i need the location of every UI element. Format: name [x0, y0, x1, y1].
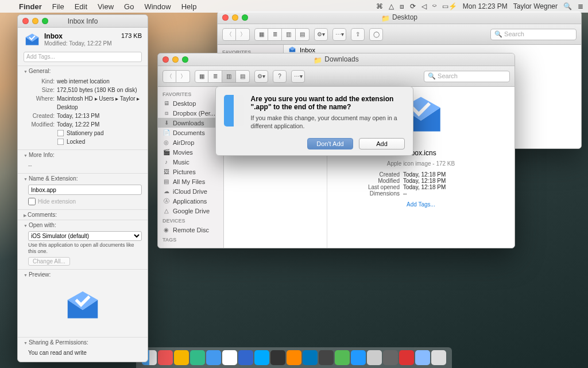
add-tags-link[interactable]: Add Tags... [336, 201, 505, 208]
minimize-icon[interactable] [32, 18, 38, 24]
share-button[interactable]: ⇧ [351, 28, 365, 41]
titlebar[interactable]: 📁Downloads [158, 53, 514, 66]
menu-window[interactable]: Window [139, 2, 176, 11]
section-openwith[interactable]: Open with: [18, 220, 148, 230]
open-with-select[interactable]: iOS Simulator (default) [28, 231, 142, 241]
dock-app-icon[interactable] [158, 350, 173, 365]
add-button[interactable]: Add [359, 138, 405, 150]
menu-help[interactable]: Help [176, 2, 202, 11]
spotlight-icon[interactable]: 🔍 [563, 2, 572, 10]
forward-button[interactable]: 〉 [236, 28, 250, 41]
section-comments[interactable]: Comments: [18, 209, 148, 220]
dock-app-icon[interactable] [254, 350, 269, 365]
sidebar-item-downloads[interactable]: ⬇Downloads [158, 118, 223, 128]
action-button[interactable]: ⋯▾ [332, 28, 346, 41]
sidebar-item-applications[interactable]: ⒶApplications [158, 196, 223, 206]
close-icon[interactable] [22, 18, 29, 24]
section-preview[interactable]: Preview: [18, 269, 148, 279]
app-menu[interactable]: Finder [14, 2, 47, 11]
change-all-button[interactable]: Change All... [28, 257, 70, 266]
tags-field[interactable]: Add Tags... [24, 52, 142, 62]
zoom-icon[interactable] [242, 14, 248, 21]
search-field[interactable]: 🔍 Search [424, 71, 510, 82]
hide-extension-checkbox[interactable] [28, 198, 36, 205]
sidebar-item-desktop[interactable]: 🖥Desktop [158, 98, 223, 108]
sidebar-item-movies[interactable]: 🎬Movies [158, 147, 223, 157]
clock[interactable]: Mon 12:23 PM [463, 2, 508, 10]
dock-app-icon[interactable] [303, 350, 318, 365]
dock-app-icon[interactable] [399, 350, 414, 365]
dock-trash-icon[interactable] [431, 350, 446, 365]
search-field[interactable]: 🔍 Search [490, 29, 577, 40]
sync-icon[interactable]: ⟳ [410, 2, 416, 10]
titlebar[interactable]: 📁Desktop [218, 12, 581, 24]
coverflow-view-icon[interactable]: ▤ [236, 70, 250, 83]
sidebar-item-allmyfiles[interactable]: ▤All My Files [158, 177, 223, 186]
battery-icon[interactable]: ▭⚡ [442, 2, 457, 10]
path-bar[interactable]: 💽 Macintosh HD ▸ 📁 Users ▸ 📁 Taylor ▸ 📁 … [158, 248, 514, 248]
dock-app-icon[interactable] [206, 350, 221, 365]
cloud-icon[interactable]: △ [389, 2, 394, 10]
menu-view[interactable]: View [92, 2, 119, 11]
menu-file[interactable]: File [47, 2, 69, 11]
menu-edit[interactable]: Edit [69, 2, 92, 11]
dock-app-icon[interactable] [351, 350, 366, 365]
minimize-icon[interactable] [232, 14, 238, 21]
user-menu[interactable]: Taylor Wegner [513, 2, 558, 10]
help-button[interactable]: ? [273, 70, 287, 83]
dock-app-icon[interactable] [270, 350, 285, 365]
sidebar-item-pictures[interactable]: 🖼Pictures [158, 167, 223, 177]
get-info-window[interactable]: Inbox Info Inbox Modified: Today, 12:22 … [17, 14, 148, 362]
back-button[interactable]: 〈 [163, 70, 176, 83]
dock-app-icon[interactable] [287, 350, 301, 365]
dock-app-icon[interactable] [367, 350, 382, 365]
zoom-icon[interactable] [42, 18, 48, 24]
dock-app-icon[interactable] [174, 350, 189, 365]
minimize-icon[interactable] [172, 56, 179, 63]
section-general[interactable]: General: [18, 66, 148, 76]
dock-app-icon[interactable] [415, 350, 430, 365]
name-extension-input[interactable] [28, 185, 142, 195]
menu-go[interactable]: Go [119, 2, 139, 11]
column-view-icon[interactable]: ▥ [282, 28, 296, 41]
view-mode-segment[interactable]: ▦ ≣ ▥ ▤ [195, 70, 250, 83]
stationery-checkbox[interactable] [57, 130, 64, 137]
list-view-icon[interactable]: ≣ [208, 70, 222, 83]
tags-button[interactable]: ◯ [369, 28, 383, 41]
dock-app-icon[interactable] [383, 350, 398, 365]
sidebar-item-remotedisc[interactable]: ◉Remote Disc [158, 225, 223, 235]
menu-extra-icon[interactable]: ⌘ [376, 2, 383, 10]
icon-view-icon[interactable]: ▦ [254, 28, 268, 41]
sidebar-item-music[interactable]: ♪Music [158, 157, 223, 167]
section-name-extension[interactable]: Name & Extension: [18, 173, 148, 183]
list-view-icon[interactable]: ≣ [268, 28, 282, 41]
close-icon[interactable] [163, 56, 169, 63]
sidebar-item-airdrop[interactable]: ◎AirDrop [158, 137, 223, 147]
sidebar-item-documents[interactable]: 📄Documents [158, 128, 223, 137]
coverflow-view-icon[interactable]: ▤ [296, 28, 310, 41]
back-button[interactable]: 〈 [222, 28, 236, 41]
zoom-icon[interactable] [182, 56, 188, 63]
dock-app-icon[interactable] [222, 350, 237, 365]
titlebar[interactable]: Inbox Info [18, 15, 148, 28]
dock[interactable] [136, 347, 452, 368]
dock-app-icon[interactable] [319, 350, 334, 365]
action-button[interactable]: ⋯▾ [291, 70, 305, 83]
forward-button[interactable]: 〉 [176, 70, 190, 83]
sidebar-item-googledrive[interactable]: △Google Drive [158, 206, 223, 216]
section-sharing[interactable]: Sharing & Permissions: [18, 337, 148, 347]
volume-icon[interactable]: ◁ [421, 2, 427, 10]
dont-add-button[interactable]: Don't Add [307, 138, 353, 150]
arrange-button[interactable]: ⚙▾ [254, 70, 268, 83]
wifi-icon[interactable]: ⌔ [432, 2, 436, 10]
view-mode-segment[interactable]: ▦ ≣ ▥ ▤ [254, 28, 310, 41]
locked-checkbox[interactable] [57, 139, 64, 145]
sidebar-item-dropbox[interactable]: ⧈Dropbox (Per... [158, 108, 223, 118]
close-icon[interactable] [222, 14, 229, 21]
dock-app-icon[interactable] [238, 350, 253, 365]
sidebar-item-icloud[interactable]: ☁iCloud Drive [158, 186, 223, 196]
icon-view-icon[interactable]: ▦ [195, 70, 208, 83]
arrange-button[interactable]: ⚙▾ [314, 28, 328, 41]
notification-center-icon[interactable]: ≣ [578, 2, 583, 10]
dock-app-icon[interactable] [190, 350, 205, 365]
